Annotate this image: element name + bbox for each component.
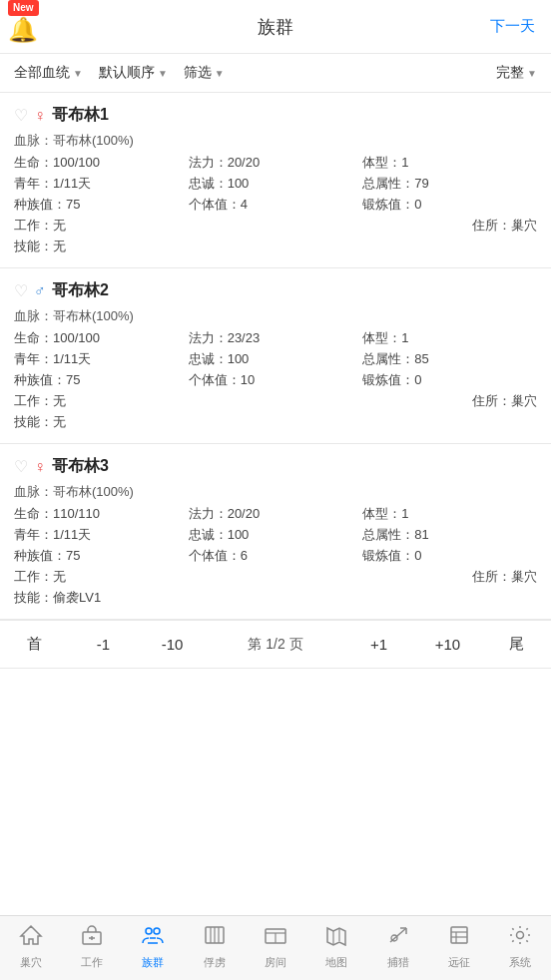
- stat-home: 住所：巢穴: [189, 217, 537, 235]
- pagination: 首 -1 -10 第 1/2 页 +1 +10 尾: [0, 620, 551, 669]
- prison-label: 俘虏: [204, 955, 226, 970]
- svg-point-3: [146, 928, 152, 934]
- prison-icon: [203, 924, 227, 952]
- prev10-button[interactable]: -10: [138, 632, 207, 657]
- cave-label: 巢穴: [20, 955, 42, 970]
- creature-bloodline: 血脉：哥布林(100%): [14, 307, 537, 325]
- nav-hunt[interactable]: 捕猎: [373, 924, 423, 970]
- nav-remote[interactable]: 远征: [434, 924, 484, 970]
- completeness-filter[interactable]: 完整 ▼: [496, 64, 537, 82]
- order-filter[interactable]: 默认顺序 ▼: [99, 64, 168, 82]
- stat-hp: 生命：100/100: [14, 154, 189, 172]
- stat-work: 工作：无: [14, 217, 189, 235]
- next10-button[interactable]: +10: [413, 632, 482, 657]
- creature-header: ♡ ♂ 哥布林2: [14, 280, 537, 301]
- nav-room[interactable]: 房间: [251, 924, 300, 970]
- first-page-button[interactable]: 首: [0, 631, 69, 658]
- stat-work: 工作：无: [14, 392, 189, 410]
- next-day-button[interactable]: 下一天: [490, 17, 535, 36]
- page-info: 第 1/2 页: [207, 636, 344, 654]
- stat-individual: 个体值：4: [189, 196, 363, 214]
- stat-forge: 锻炼值：0: [362, 547, 537, 565]
- work-label: 工作: [81, 955, 103, 970]
- stat-total-attr: 总属性：79: [362, 175, 537, 193]
- system-label: 系统: [509, 955, 531, 970]
- remote-label: 远征: [448, 955, 470, 970]
- creature-bloodline: 血脉：哥布林(100%): [14, 483, 537, 501]
- heart-icon: ♡: [14, 281, 28, 300]
- creature-name: 哥布林3: [52, 456, 109, 477]
- remote-icon: [447, 924, 471, 952]
- stat-tribe: 种族值：75: [14, 547, 189, 565]
- stat-tribe: 种族值：75: [14, 196, 189, 214]
- hunt-icon: [386, 924, 410, 952]
- stat-youth: 青年：1/11天: [14, 175, 189, 193]
- nav-map[interactable]: 地图: [311, 924, 361, 970]
- nav-prison[interactable]: 俘虏: [190, 924, 240, 970]
- completeness-arrow: ▼: [527, 68, 537, 79]
- next1-button[interactable]: +1: [344, 632, 413, 657]
- bottom-nav: 巢穴 工作 族群: [0, 915, 551, 980]
- work-icon: [80, 924, 104, 952]
- stat-youth: 青年：1/11天: [14, 350, 189, 368]
- new-badge: New: [8, 0, 39, 16]
- svg-point-4: [154, 928, 160, 934]
- header: New 🔔 族群 下一天: [0, 0, 551, 54]
- stat-mp: 法力：20/20: [189, 505, 363, 523]
- room-icon: [264, 924, 287, 952]
- stat-body: 体型：1: [362, 505, 537, 523]
- creature-card[interactable]: ♡ ♀ 哥布林1 血脉：哥布林(100%) 生命：100/100 法力：20/2…: [0, 93, 551, 268]
- stat-mp: 法力：20/20: [189, 154, 363, 172]
- creature-card[interactable]: ♡ ♂ 哥布林2 血脉：哥布林(100%) 生命：100/100 法力：23/2…: [0, 268, 551, 444]
- nav-cave[interactable]: 巢穴: [6, 924, 56, 970]
- svg-rect-18: [451, 927, 467, 943]
- stat-home: 住所：巢穴: [189, 392, 537, 410]
- stat-individual: 个体值：6: [189, 547, 363, 565]
- tribe-icon: [141, 924, 165, 952]
- creature-list: ♡ ♀ 哥布林1 血脉：哥布林(100%) 生命：100/100 法力：20/2…: [0, 93, 551, 620]
- page-title: 族群: [258, 15, 293, 39]
- stat-loyalty: 忠诚：100: [189, 350, 363, 368]
- creature-stats: 生命：100/100 法力：23/23 体型：1 青年：1/11天 忠诚：100…: [14, 329, 537, 431]
- stat-youth: 青年：1/11天: [14, 526, 189, 544]
- creature-stats: 生命：100/100 法力：20/20 体型：1 青年：1/11天 忠诚：100…: [14, 154, 537, 255]
- filter-arrow: ▼: [215, 68, 225, 79]
- room-label: 房间: [265, 955, 286, 970]
- nav-work[interactable]: 工作: [67, 924, 117, 970]
- creature-card[interactable]: ♡ ♀ 哥布林3 血脉：哥布林(100%) 生命：110/110 法力：20/2…: [0, 444, 551, 620]
- system-icon: [508, 924, 532, 952]
- creature-header: ♡ ♀ 哥布林3: [14, 456, 537, 477]
- hunt-label: 捕猎: [387, 955, 409, 970]
- stat-skill: 技能：无: [14, 238, 537, 255]
- bloodline-filter[interactable]: 全部血统 ▼: [14, 64, 83, 82]
- creature-bloodline: 血脉：哥布林(100%): [14, 132, 537, 150]
- stat-individual: 个体值：10: [189, 371, 363, 389]
- creature-header: ♡ ♀ 哥布林1: [14, 105, 537, 126]
- creature-stats: 生命：110/110 法力：20/20 体型：1 青年：1/11天 忠诚：100…: [14, 505, 537, 607]
- stat-loyalty: 忠诚：100: [189, 526, 363, 544]
- prev1-button[interactable]: -1: [69, 632, 138, 657]
- stat-forge: 锻炼值：0: [362, 371, 537, 389]
- app-icon: 🔔: [8, 16, 38, 44]
- filter-button[interactable]: 筛选 ▼: [184, 64, 225, 82]
- nav-tribe[interactable]: 族群: [128, 924, 178, 970]
- stat-forge: 锻炼值：0: [362, 196, 537, 214]
- stat-body: 体型：1: [362, 329, 537, 347]
- stat-tribe: 种族值：75: [14, 371, 189, 389]
- heart-icon: ♡: [14, 457, 28, 476]
- gender-icon: ♂: [34, 282, 46, 300]
- creature-name: 哥布林1: [52, 105, 109, 126]
- content-area: ♡ ♀ 哥布林1 血脉：哥布林(100%) 生命：100/100 法力：20/2…: [0, 93, 551, 738]
- order-arrow: ▼: [158, 68, 168, 79]
- tribe-label: 族群: [142, 955, 164, 970]
- stat-mp: 法力：23/23: [189, 329, 363, 347]
- heart-icon: ♡: [14, 106, 28, 125]
- stat-hp: 生命：110/110: [14, 505, 189, 523]
- svg-point-22: [517, 932, 524, 939]
- last-page-button[interactable]: 尾: [482, 631, 551, 658]
- creature-name: 哥布林2: [52, 280, 109, 301]
- new-badge-container: New 🔔: [8, 0, 39, 44]
- stat-skill: 技能：偷袭LV1: [14, 589, 537, 607]
- nav-system[interactable]: 系统: [495, 924, 545, 970]
- map-label: 地图: [325, 955, 347, 970]
